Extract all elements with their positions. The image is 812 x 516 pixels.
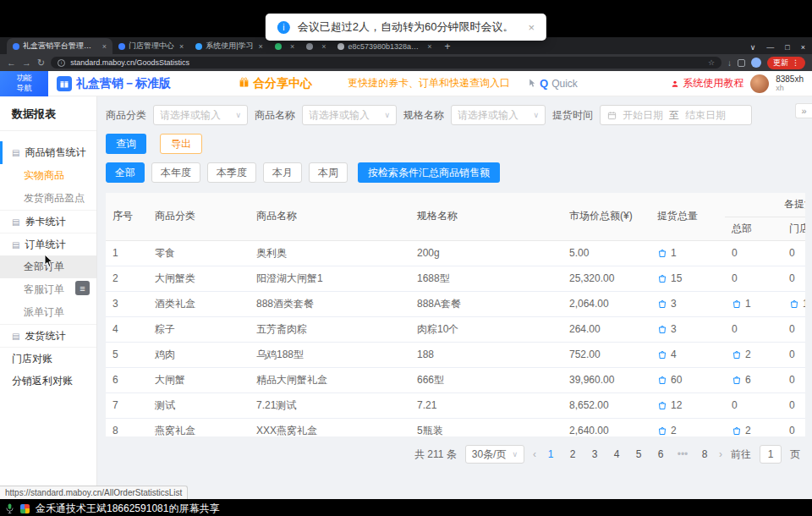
maximize-icon[interactable]: □ — [785, 43, 789, 52]
tab-close-icon[interactable]: × — [179, 42, 184, 51]
menu-group-icon: ▤ — [12, 217, 19, 227]
back-icon[interactable]: ← — [7, 58, 16, 68]
cell-no: 4 — [106, 316, 148, 342]
filter-select[interactable]: 请选择或输入∨ — [153, 105, 248, 125]
table-row: 2大闸蟹类阳澄湖大闸蟹11688型25,320.001500 — [106, 266, 805, 291]
cell-no: 6 — [106, 367, 148, 392]
pickup-count: 1 — [789, 298, 805, 310]
pager-page[interactable]: 1 — [545, 448, 557, 460]
sidebar-collapse-toggle[interactable]: ≡ — [75, 281, 90, 295]
range-tab[interactable]: 本季度 — [207, 162, 256, 183]
pager-page[interactable]: 6 — [655, 448, 667, 460]
site-info-icon[interactable]: i — [58, 59, 65, 67]
search-button[interactable]: 查询 — [106, 134, 146, 154]
new-tab-button[interactable]: + — [444, 41, 450, 52]
cell-spec: 1688型 — [410, 266, 562, 291]
browser-tab[interactable]: 系统使用|学习× — [189, 38, 269, 54]
sidebar-item[interactable]: 派单订单 — [0, 301, 96, 324]
tab-close-icon[interactable]: × — [427, 42, 431, 51]
sidebar-item[interactable]: 实物商品 — [0, 164, 96, 187]
cell-name: 888酒类套餐 — [250, 291, 410, 316]
cell-no: 3 — [106, 291, 148, 316]
cell-total: 1 — [650, 240, 725, 266]
pager-page[interactable]: 4 — [611, 448, 623, 460]
tab-close-icon[interactable]: × — [321, 42, 326, 51]
quick-entry[interactable]: Q Quick — [529, 76, 578, 91]
table-row: 8燕窝礼盒XXX燕窝礼盒5瓶装2,640.00220 — [106, 418, 805, 436]
browser-tab[interactable]: 礼盒营销平台管理中心× — [7, 38, 112, 54]
sidebar-item[interactable]: 分销返利对账 — [0, 370, 96, 392]
range-tab[interactable]: 本月 — [263, 162, 302, 183]
range-tab[interactable]: 本年度 — [151, 162, 200, 183]
minimize-icon[interactable]: — — [766, 43, 774, 52]
summary-button[interactable]: 按检索条件汇总商品销售额 — [358, 162, 500, 183]
extensions-icon[interactable] — [738, 59, 745, 67]
tutorial-link[interactable]: 系统使用教程 — [671, 76, 743, 91]
cell-category: 鸡肉 — [148, 342, 250, 367]
close-window-icon[interactable]: × — [801, 43, 805, 52]
date-end-placeholder: 结束日期 — [685, 108, 726, 123]
bookmark-star-icon[interactable]: ☆ — [708, 58, 715, 67]
microphone-icon[interactable] — [5, 502, 14, 514]
prev-page-icon[interactable]: ‹ — [533, 448, 536, 460]
cell-category: 大闸蟹类 — [148, 266, 250, 291]
cell-no: 8 — [106, 418, 148, 436]
sidebar-item[interactable]: 全部订单 — [0, 255, 96, 278]
table-header: 序号 商品分类 商品名称 规格名称 市场价总额(¥) 提货总量 各提货渠道 总部… — [106, 193, 805, 240]
toast-close-icon[interactable]: × — [529, 21, 535, 34]
pickup-value: 1 — [671, 247, 677, 259]
filter-fields: 商品分类请选择或输入∨商品名称请选择或输入∨规格名称请选择或输入∨ — [106, 105, 546, 125]
sidebar-menu: ▤商品销售统计实物商品发货商品盈点▤券卡统计▤订单统计全部订单客服订单派单订单▤… — [0, 131, 96, 392]
date-range-picker[interactable]: 开始日期 至 结束日期 — [600, 105, 752, 125]
sidebar-item[interactable]: ▤商品销售统计 — [0, 141, 96, 164]
function-nav-button[interactable]: 功能 导航 — [0, 71, 48, 96]
filter-select[interactable]: 请选择或输入∨ — [451, 105, 546, 125]
browser-profile-avatar[interactable] — [751, 58, 761, 68]
page-size-select[interactable]: 30条/页 ∨ — [465, 445, 524, 464]
filter-select[interactable]: 请选择或输入∨ — [302, 105, 397, 125]
tab-close-icon[interactable]: × — [290, 42, 294, 51]
sidebar-item[interactable]: ▤发货统计 — [0, 324, 96, 347]
sidebar-item[interactable]: ▤订单统计 — [0, 233, 96, 255]
cell-total: 15 — [650, 266, 725, 291]
cell-name: 奥利奥 — [250, 240, 410, 266]
date-start-placeholder: 开始日期 — [623, 108, 663, 123]
address-bar[interactable]: i standard.maboy.cn/GoodsStatistics ☆ — [51, 57, 721, 69]
filter-label: 商品分类 — [106, 108, 146, 123]
next-page-icon[interactable]: › — [719, 448, 722, 460]
pickup-count: 3 — [657, 323, 718, 335]
page-size-value: 30条/页 — [472, 447, 507, 462]
cell-hq: 2 — [725, 418, 782, 436]
pager-page[interactable]: 8 — [699, 448, 710, 460]
toast-text: 会议已超过2人，自动转为60分钟限时会议。 — [298, 19, 514, 35]
jump-page-input[interactable]: 1 — [760, 445, 782, 464]
pager-page[interactable]: 3 — [589, 448, 601, 460]
forward-icon[interactable]: → — [22, 58, 31, 68]
range-tab[interactable]: 本周 — [309, 162, 348, 183]
pager-page[interactable]: 2 — [567, 448, 579, 460]
download-icon[interactable]: ↓ — [727, 58, 732, 68]
user-avatar[interactable] — [750, 74, 769, 93]
sidebar-item[interactable]: 发货商品盈点 — [0, 187, 96, 210]
header-right: 系统使用教程 8385xh xh — [671, 74, 812, 93]
app-body: 数据报表 ▤商品销售统计实物商品发货商品盈点▤券卡统计▤订单统计全部订单客服订单… — [0, 96, 812, 499]
sidebar-item-label: 分销返利对账 — [12, 374, 73, 388]
browser-tab[interactable]: 门店管理中心× — [112, 38, 189, 54]
pager-page[interactable]: 5 — [633, 448, 645, 460]
cell-total: 3 — [650, 291, 725, 316]
share-center-link[interactable]: 合分享中心 — [239, 76, 312, 91]
reload-icon[interactable]: ↻ — [37, 58, 45, 68]
sidebar-item[interactable]: ▤券卡统计 — [0, 210, 96, 233]
export-button[interactable]: 导出 — [160, 134, 202, 154]
range-tab[interactable]: 全部 — [106, 162, 145, 183]
tab-close-icon[interactable]: × — [259, 42, 263, 51]
tab-close-icon[interactable]: × — [102, 42, 107, 51]
browser-update-button[interactable]: 更新 ⋮ — [767, 57, 805, 69]
tab-search-icon[interactable]: ∨ — [750, 43, 756, 52]
sidebar-item[interactable]: 门店对账 — [0, 347, 96, 370]
cell-category: 燕窝礼盒 — [148, 418, 250, 436]
panel-collapse-button[interactable]: » — [795, 103, 812, 118]
cell-total: 60 — [650, 367, 725, 392]
cell-hq: 0 — [725, 266, 782, 291]
pickup-value: 2 — [745, 349, 751, 360]
